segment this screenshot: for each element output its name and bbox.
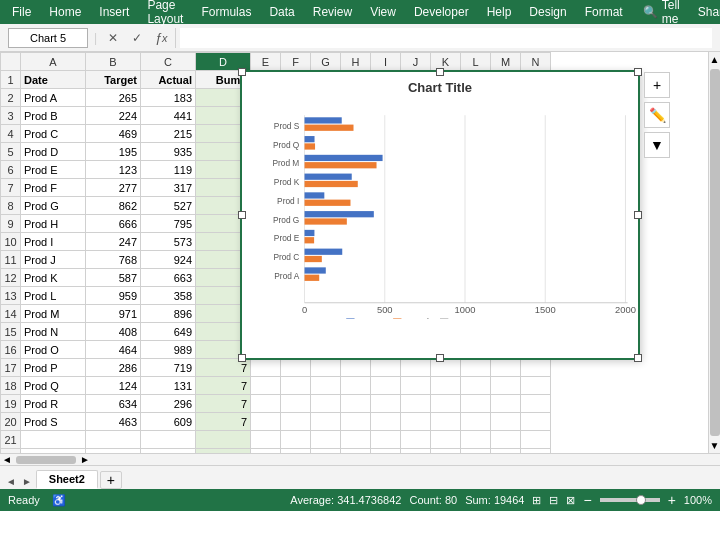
menu-home[interactable]: Home [41, 3, 89, 21]
row-header-2[interactable]: 2 [1, 89, 21, 107]
cell-r17-c8[interactable] [371, 359, 401, 377]
cell-r19-c0[interactable]: Prod R [21, 395, 86, 413]
cell-r16-c1[interactable]: 464 [86, 341, 141, 359]
resize-handle-mr[interactable] [634, 211, 642, 219]
cell-r17-c7[interactable] [341, 359, 371, 377]
add-sheet-button[interactable]: + [100, 471, 122, 489]
resize-handle-bl[interactable] [238, 354, 246, 362]
name-box[interactable] [8, 28, 88, 48]
insert-function-button[interactable]: ƒx [151, 28, 171, 48]
cell-r4-c0[interactable]: Prod C [21, 125, 86, 143]
cell-r22-c2[interactable] [141, 449, 196, 454]
cell-r21-c9[interactable] [401, 431, 431, 449]
cell-r7-c0[interactable]: Prod F [21, 179, 86, 197]
row-header-20[interactable]: 20 [1, 413, 21, 431]
menu-format[interactable]: Format [577, 3, 631, 21]
cell-r22-c8[interactable] [371, 449, 401, 454]
formula-input[interactable] [180, 28, 712, 48]
row-header-22[interactable]: 22 [1, 449, 21, 454]
cell-r17-c13[interactable] [521, 359, 551, 377]
cell-r18-c10[interactable] [431, 377, 461, 395]
row-header-10[interactable]: 10 [1, 233, 21, 251]
cell-r20-c6[interactable] [311, 413, 341, 431]
row-header-17[interactable]: 17 [1, 359, 21, 377]
col-header-N[interactable]: N [521, 53, 551, 71]
tell-me-box[interactable]: 🔍 Tell me [635, 0, 688, 28]
cell-r8-c1[interactable]: 862 [86, 197, 141, 215]
confirm-formula-button[interactable]: ✓ [127, 28, 147, 48]
cell-r17-c6[interactable] [311, 359, 341, 377]
cell-r18-c5[interactable] [281, 377, 311, 395]
cell-r11-c1[interactable]: 768 [86, 251, 141, 269]
cell-r19-c12[interactable] [491, 395, 521, 413]
cell-r17-c5[interactable] [281, 359, 311, 377]
cell-r22-c12[interactable] [491, 449, 521, 454]
cell-r20-c10[interactable] [431, 413, 461, 431]
cell-r17-c1[interactable]: 286 [86, 359, 141, 377]
cell-r9-c0[interactable]: Prod H [21, 215, 86, 233]
cell-r22-c6[interactable] [311, 449, 341, 454]
cell-r21-c11[interactable] [461, 431, 491, 449]
row-header-6[interactable]: 6 [1, 161, 21, 179]
col-header-I[interactable]: I [371, 53, 401, 71]
resize-handle-tl[interactable] [238, 68, 246, 76]
menu-view[interactable]: View [362, 3, 404, 21]
cell-r19-c1[interactable]: 634 [86, 395, 141, 413]
scroll-up-arrow[interactable]: ▲ [708, 52, 720, 67]
cell-r20-c2[interactable]: 609 [141, 413, 196, 431]
grid-container[interactable]: A B C D E F G H I J K L M [0, 52, 708, 453]
cell-r21-c13[interactable] [521, 431, 551, 449]
tab-scroll-left[interactable]: ◄ [4, 474, 18, 489]
cell-r22-c1[interactable] [86, 449, 141, 454]
cell-r14-c2[interactable]: 896 [141, 305, 196, 323]
row-header-16[interactable]: 16 [1, 341, 21, 359]
col-header-M[interactable]: M [491, 53, 521, 71]
zoom-level[interactable]: 100% [684, 494, 712, 506]
cell-r14-c1[interactable]: 971 [86, 305, 141, 323]
menu-review[interactable]: Review [305, 3, 360, 21]
cell-r5-c2[interactable]: 935 [141, 143, 196, 161]
cell-r19-c4[interactable] [251, 395, 281, 413]
cell-r18-c9[interactable] [401, 377, 431, 395]
cell-r18-c3[interactable]: 7 [196, 377, 251, 395]
row-header-14[interactable]: 14 [1, 305, 21, 323]
scroll-right-arrow[interactable]: ► [78, 454, 92, 465]
cell-r20-c3[interactable]: 7 [196, 413, 251, 431]
cell-r6-c2[interactable]: 119 [141, 161, 196, 179]
cell-r21-c5[interactable] [281, 431, 311, 449]
cell-r20-c7[interactable] [341, 413, 371, 431]
cell-r22-c4[interactable] [251, 449, 281, 454]
col-header-G[interactable]: G [311, 53, 341, 71]
cell-r21-c7[interactable] [341, 431, 371, 449]
col-header-H[interactable]: H [341, 53, 371, 71]
row-header-13[interactable]: 13 [1, 287, 21, 305]
row-header-5[interactable]: 5 [1, 143, 21, 161]
row-header-15[interactable]: 15 [1, 323, 21, 341]
cancel-formula-button[interactable]: ✕ [103, 28, 123, 48]
share-button[interactable]: Share [690, 3, 720, 21]
cell-r15-c2[interactable]: 649 [141, 323, 196, 341]
cell-r21-c0[interactable] [21, 431, 86, 449]
cell-r12-c1[interactable]: 587 [86, 269, 141, 287]
tab-scroll-right[interactable]: ► [20, 474, 34, 489]
cell-r21-c6[interactable] [311, 431, 341, 449]
cell-r8-c0[interactable]: Prod G [21, 197, 86, 215]
cell-r22-c7[interactable] [341, 449, 371, 454]
row-header-1[interactable]: 1 [1, 71, 21, 89]
row-header-18[interactable]: 18 [1, 377, 21, 395]
cell-r11-c0[interactable]: Prod J [21, 251, 86, 269]
menu-data[interactable]: Data [261, 3, 302, 21]
resize-handle-tr[interactable] [634, 68, 642, 76]
cell-r3-c0[interactable]: Prod B [21, 107, 86, 125]
cell-r12-c0[interactable]: Prod K [21, 269, 86, 287]
row-header-7[interactable]: 7 [1, 179, 21, 197]
menu-file[interactable]: File [4, 3, 39, 21]
cell-r19-c10[interactable] [431, 395, 461, 413]
cell-r9-c1[interactable]: 666 [86, 215, 141, 233]
cell-r20-c4[interactable] [251, 413, 281, 431]
cell-r20-c1[interactable]: 463 [86, 413, 141, 431]
cell-r7-c2[interactable]: 317 [141, 179, 196, 197]
horizontal-scrollbar[interactable]: ◄ ► [0, 453, 720, 465]
row-header-9[interactable]: 9 [1, 215, 21, 233]
cell-r1-c0[interactable]: Date [21, 71, 86, 89]
